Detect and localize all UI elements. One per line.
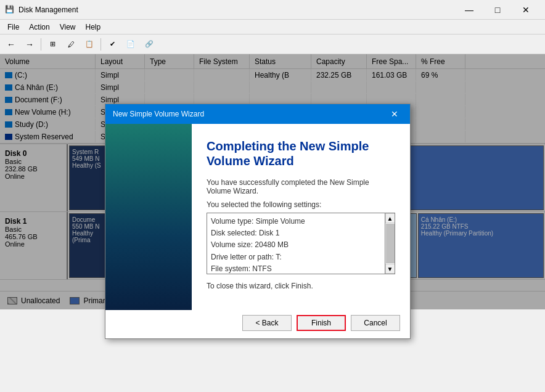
scroll-up-button[interactable]: ▲ — [385, 213, 395, 223]
modal-settings-box: Volume type: Simple Volume Disk selected… — [207, 213, 395, 274]
setting-item: Drive letter or path: T: — [211, 251, 391, 263]
setting-item: Volume type: Simple Volume — [211, 216, 391, 227]
app-icon: 💾 — [5, 5, 15, 15]
menu-action[interactable]: Action — [24, 22, 54, 33]
modal-sidebar — [105, 124, 192, 310]
back-button[interactable]: < Back — [242, 315, 292, 331]
toolbar-btn-5[interactable]: 📄 — [122, 36, 139, 52]
setting-item: Volume size: 20480 MB — [211, 239, 391, 251]
toolbar: ← → ⊞ 🖊 📋 ✔ 📄 🔗 — [0, 35, 545, 54]
app-title: Disk Management — [18, 6, 455, 14]
modal-heading: Completing the New Simple Volume Wizard — [207, 139, 395, 168]
maximize-button[interactable]: □ — [483, 0, 512, 20]
window-controls: — □ ✕ — [455, 0, 540, 20]
menu-help[interactable]: Help — [81, 22, 106, 33]
toolbar-btn-2[interactable]: 🖊 — [62, 36, 80, 52]
finish-button[interactable]: Finish — [297, 315, 346, 331]
main-container: Volume Layout Type File System Status Ca… — [0, 54, 545, 309]
toolbar-btn-4[interactable]: ✔ — [104, 36, 121, 52]
scroll-down-button[interactable]: ▼ — [385, 264, 395, 274]
modal-settings-label: You selected the following settings: — [207, 200, 395, 209]
settings-scrollbar: ▲ ▼ — [385, 213, 395, 274]
modal-content-area: Completing the New Simple Volume Wizard … — [192, 124, 410, 310]
modal-footer: < Back Finish Cancel — [105, 310, 410, 338]
forward-button[interactable]: → — [21, 36, 38, 52]
title-bar: 💾 Disk Management — □ ✕ — [0, 0, 545, 20]
modal-intro-text: You have successfully completed the New … — [207, 178, 395, 195]
menu-bar: File Action View Help — [0, 20, 545, 35]
toolbar-btn-1[interactable]: ⊞ — [44, 36, 61, 52]
wizard-modal: New Simple Volume Wizard ✕ Completing th… — [105, 104, 411, 339]
toolbar-separator-2 — [100, 38, 101, 51]
minimize-button[interactable]: — — [455, 0, 483, 20]
toolbar-btn-6[interactable]: 🔗 — [141, 36, 158, 52]
modal-title: New Simple Volume Wizard — [113, 110, 387, 118]
menu-view[interactable]: View — [55, 22, 81, 33]
modal-close-button[interactable]: ✕ — [387, 106, 403, 122]
menu-file[interactable]: File — [2, 22, 24, 33]
close-button[interactable]: ✕ — [512, 0, 540, 20]
toolbar-separator-1 — [41, 38, 41, 51]
setting-item: File system: NTFS — [211, 263, 391, 274]
modal-body: Completing the New Simple Volume Wizard … — [105, 124, 410, 310]
back-button[interactable]: ← — [2, 36, 20, 52]
toolbar-btn-3[interactable]: 📋 — [81, 36, 98, 52]
cancel-button[interactable]: Cancel — [351, 315, 400, 331]
setting-item: Disk selected: Disk 1 — [211, 227, 391, 239]
modal-settings-content: Volume type: Simple Volume Disk selected… — [207, 213, 395, 274]
scroll-thumb[interactable] — [386, 224, 395, 263]
modal-titlebar: New Simple Volume Wizard ✕ — [105, 104, 410, 124]
modal-close-instruction: To close this wizard, click Finish. — [207, 282, 395, 290]
